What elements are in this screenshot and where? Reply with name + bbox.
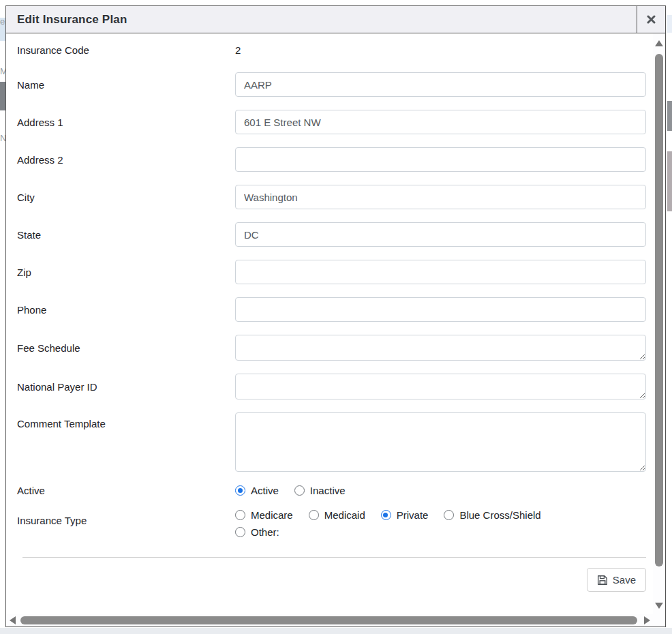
address2-input[interactable] <box>235 147 646 172</box>
field-label: Phone <box>17 304 235 316</box>
form-row-city: City <box>17 185 646 209</box>
horizontal-scrollbar-thumb[interactable] <box>20 616 637 624</box>
radio-label: Private <box>397 509 429 521</box>
floppy-disk-icon <box>597 575 608 586</box>
radio-label: Inactive <box>310 485 346 496</box>
backdrop-fragment <box>667 15 672 33</box>
field-label: State <box>17 229 235 241</box>
footer-divider <box>22 557 646 558</box>
scroll-right-icon[interactable] <box>644 616 650 624</box>
field-label: Insurance Code <box>17 44 235 56</box>
close-icon <box>647 15 656 24</box>
form-row-fee-schedule: Fee Schedule <box>17 335 646 361</box>
save-button-label: Save <box>613 574 636 586</box>
insurance-code-value: 2 <box>235 44 646 56</box>
form-row-address2: Address 2 <box>17 147 646 172</box>
radio-label: Medicaid <box>324 509 365 521</box>
dialog-title: Edit Insurance Plan <box>6 6 637 33</box>
radio-label: Blue Cross/Shield <box>459 509 540 521</box>
field-label: National Payer ID <box>17 381 235 393</box>
insurance-type-radio-group: Medicare Medicaid Private Blue Cros <box>235 509 646 538</box>
field-label: Address 1 <box>17 117 235 128</box>
form-row-address1: Address 1 <box>17 110 646 134</box>
radio-icon[interactable] <box>235 510 245 520</box>
field-label: Insurance Type <box>17 509 235 526</box>
form-row-phone: Phone <box>17 297 646 322</box>
radio-option-medicare[interactable]: Medicare <box>235 509 293 521</box>
radio-option-private[interactable]: Private <box>381 509 429 521</box>
radio-icon[interactable] <box>309 510 319 520</box>
radio-option-active[interactable]: Active <box>235 485 279 496</box>
radio-label: Medicare <box>251 509 293 521</box>
name-input[interactable] <box>235 72 646 97</box>
field-label: Comment Template <box>17 412 235 429</box>
form-content: Insurance Code 2 Name Address 1 Address … <box>6 33 653 614</box>
field-label: Address 2 <box>17 154 235 166</box>
radio-selected-icon[interactable] <box>381 510 391 520</box>
scroll-down-icon[interactable] <box>655 603 663 609</box>
form-row-state: State <box>17 222 646 247</box>
field-label: Zip <box>17 267 235 278</box>
radio-selected-icon[interactable] <box>235 485 245 496</box>
radio-icon[interactable] <box>235 527 245 537</box>
scroll-left-icon[interactable] <box>10 616 16 624</box>
backdrop-fragment <box>0 628 672 634</box>
city-input[interactable] <box>235 185 646 209</box>
horizontal-scrollbar[interactable] <box>6 614 665 627</box>
form-row-zip: Zip <box>17 260 646 284</box>
national-payer-id-textarea[interactable] <box>235 374 646 399</box>
field-label: Fee Schedule <box>17 342 235 354</box>
radio-label: Other: <box>251 526 279 538</box>
vertical-scrollbar-thumb[interactable] <box>655 54 663 567</box>
form-row-insurance-type: Insurance Type Medicare Medicaid <box>17 509 646 538</box>
backdrop-text-fragment: er <box>0 16 5 27</box>
backdrop-fragment <box>0 82 5 110</box>
backdrop-fragment <box>667 101 672 131</box>
radio-option-other[interactable]: Other: <box>235 526 279 538</box>
zip-input[interactable] <box>235 260 646 284</box>
address1-input[interactable] <box>235 110 646 134</box>
form-row-active: Active Active Inactive <box>17 485 646 496</box>
radio-label: Active <box>251 485 279 496</box>
form-row-insurance-code: Insurance Code 2 <box>17 44 646 56</box>
edit-insurance-plan-dialog: Edit Insurance Plan Insurance Code 2 Nam… <box>5 5 666 627</box>
field-label: Name <box>17 79 235 91</box>
form-row-national-payer-id: National Payer ID <box>17 374 646 399</box>
active-radio-group: Active Inactive <box>235 485 646 496</box>
fee-schedule-textarea[interactable] <box>235 335 646 361</box>
radio-option-medicaid[interactable]: Medicaid <box>309 509 365 521</box>
dialog-footer: Save <box>17 568 646 592</box>
vertical-scrollbar[interactable] <box>653 33 665 614</box>
field-label: Active <box>17 485 235 496</box>
backdrop-text-fragment: N <box>0 133 5 144</box>
radio-option-blue-cross-shield[interactable]: Blue Cross/Shield <box>444 509 540 521</box>
close-button[interactable] <box>637 6 665 33</box>
form-row-comment-template: Comment Template <box>17 412 646 472</box>
radio-option-inactive[interactable]: Inactive <box>294 485 346 496</box>
dialog-body: Insurance Code 2 Name Address 1 Address … <box>6 33 665 627</box>
state-input[interactable] <box>235 222 646 247</box>
radio-icon[interactable] <box>294 485 305 496</box>
comment-template-textarea[interactable] <box>235 412 646 472</box>
form-row-name: Name <box>17 72 646 97</box>
backdrop-fragment <box>667 151 672 211</box>
phone-input[interactable] <box>235 297 646 322</box>
save-button[interactable]: Save <box>587 568 646 592</box>
dialog-header: Edit Insurance Plan <box>6 6 665 33</box>
radio-icon[interactable] <box>444 510 454 520</box>
field-label: City <box>17 192 235 203</box>
backdrop-text-fragment: Ma <box>0 66 5 77</box>
scroll-up-icon[interactable] <box>655 40 663 46</box>
